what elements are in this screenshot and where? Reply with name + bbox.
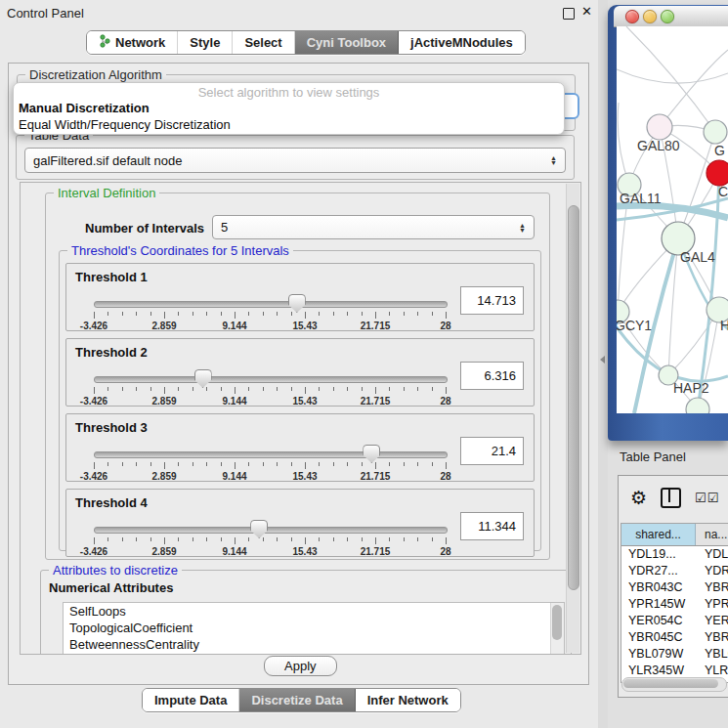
table-row[interactable]: YBR045CYBR0 [621,629,728,646]
cell-name[interactable]: YDL1 [696,546,728,563]
tab-jactivemnodules[interactable]: jActiveMNodules [399,31,525,54]
cell-shared-name[interactable]: YDR27... [621,563,696,579]
slider-track[interactable] [94,301,448,308]
cell-name[interactable]: YDR2 [696,563,728,579]
gear-icon[interactable]: ⚙ [630,487,647,509]
cell-name[interactable]: YBR0 [696,579,728,596]
slider-track[interactable] [94,376,448,383]
slider-tick [221,387,222,391]
attribute-list-item[interactable]: BetweennessCentrality [64,636,564,653]
cell-shared-name[interactable]: YDL19... [621,546,696,563]
panel-splitter[interactable] [598,0,608,728]
cyni-bottom-tabbar: Impute Data Discretize Data Infer Networ… [142,688,461,712]
table-row[interactable]: YDR27...YDR2 [621,563,728,579]
tab-cyni-toolbox[interactable]: Cyni Toolbox [295,31,399,54]
threshold-slider[interactable]: -3.4262.8599.14415.4321.71528 [86,293,455,330]
settings-scrollbar-thumb[interactable] [568,205,579,590]
threshold-slider[interactable]: -3.4262.8599.14415.4321.71528 [86,519,455,556]
threshold-value-field[interactable]: 6.316 [460,362,524,390]
slider-tick [389,312,390,316]
network-node-gal80[interactable] [647,114,672,140]
table-row[interactable]: YBR043CYBR0 [621,579,728,596]
slider-thumb[interactable] [250,520,268,538]
column-header-shared-name[interactable]: shared... [621,524,696,545]
table-row[interactable]: YPR145WYPR1 [621,596,728,613]
slider-thumb[interactable] [363,445,380,463]
numerical-attributes-list[interactable]: SelfLoopsTopologicalCoefficientBetweenne… [63,602,565,655]
close-icon[interactable]: ✕ [581,4,592,19]
apply-button[interactable]: Apply [264,656,337,676]
slider-tick-label: 28 [421,396,470,407]
slider-track[interactable] [94,451,448,458]
list-scrollbar[interactable] [550,603,564,655]
slider-tick [107,462,108,466]
float-window-icon[interactable] [563,8,575,20]
network-canvas[interactable]: GAL80 G C GAL11 GAL4 GCY1 H HAP2 [617,26,728,413]
table-horizontal-scrollbar[interactable] [621,677,727,692]
threshold-value-field[interactable]: 11.344 [460,512,524,540]
cell-shared-name[interactable]: YBR045C [621,629,696,646]
network-window-titlebar[interactable] [614,6,728,27]
tab-infer-network[interactable]: Infer Network [356,689,460,711]
tab-style[interactable]: Style [178,31,233,54]
table-row[interactable]: YBL079WYBL0 [621,646,728,663]
table-row[interactable]: YDL19...YDL1 [621,546,728,563]
cell-shared-name[interactable]: YBR043C [621,579,696,596]
scrollbar-thumb[interactable] [623,679,718,688]
dropdown-option-equal-width-frequency[interactable]: Equal Width/Frequency Discretization [14,117,564,134]
dropdown-option-manual-discretization[interactable]: Manual Discretization [14,101,564,117]
slider-thumb[interactable] [288,294,306,313]
threshold-slider[interactable]: -3.4262.8599.14415.4321.71528 [86,444,455,481]
slider-tick [417,462,418,466]
slider-tick-label: 21.715 [351,396,400,407]
slider-tick [263,387,264,391]
threshold-slider[interactable]: -3.4262.8599.14415.4321.71528 [86,368,455,406]
list-scrollbar-thumb[interactable] [552,605,562,640]
slider-thumb[interactable] [194,369,212,388]
column-split-icon[interactable] [661,488,681,508]
minimize-traffic-light-icon[interactable] [643,10,657,23]
table-data-combobox[interactable]: galFiltered.sif default node ▲▼ [24,148,566,173]
splitter-collapse-icon[interactable] [600,356,605,364]
node-label-partial: C [718,184,728,199]
cell-name[interactable]: YBR0 [696,629,728,646]
tab-impute-data[interactable]: Impute Data [143,689,239,711]
threshold-value-field[interactable]: 21.4 [460,437,524,465]
select-columns-icon[interactable]: ☑☑ [695,491,719,505]
tab-label: Discretize Data [251,693,342,707]
cell-shared-name[interactable]: YPR145W [621,596,696,613]
number-of-intervals-label: Number of Intervals [85,221,204,236]
cell-shared-name[interactable]: YER054C [621,613,696,629]
slider-tick [333,387,334,391]
slider-track[interactable] [94,527,448,534]
slider-tick [206,387,207,391]
slider-tick [319,462,320,466]
network-node-selected-red[interactable] [707,160,728,186]
close-traffic-light-icon[interactable] [625,10,639,23]
tab-discretize-data[interactable]: Discretize Data [239,689,355,711]
table-row[interactable]: YER054CYER0 [621,613,728,629]
attribute-list-item[interactable]: SelfLoops [64,603,564,620]
cell-name[interactable]: YBL0 [696,646,728,663]
control-panel-window: Control Panel ✕ Network Style Select [0,0,599,728]
threshold-value-field[interactable]: 14.713 [460,286,524,315]
tab-network[interactable]: Network [87,31,178,54]
cell-shared-name[interactable]: YBL079W [621,646,696,663]
tab-select[interactable]: Select [233,31,294,54]
slider-tick [206,462,207,466]
attribute-list-item[interactable]: TopologicalCoefficient [64,620,564,636]
zoom-traffic-light-icon[interactable] [661,10,674,23]
node-label-gal11: GAL11 [620,191,662,206]
cell-name[interactable]: YER0 [696,613,728,629]
slider-tick [136,387,137,391]
slider-tick [347,462,348,466]
number-of-intervals-combobox[interactable]: 5 ▲▼ [212,215,535,239]
node-attribute-table[interactable]: shared... na... YDL19...YDL1YDR27...YDR2… [621,523,728,683]
column-header-name[interactable]: na... [696,524,728,545]
node-label-hap2: HAP2 [673,380,709,396]
node-label-gal80: GAL80 [637,138,680,153]
network-node[interactable] [704,120,727,144]
cell-name[interactable]: YPR1 [696,596,728,613]
slider-tick [107,387,108,391]
settings-scrollbar[interactable] [566,184,579,653]
